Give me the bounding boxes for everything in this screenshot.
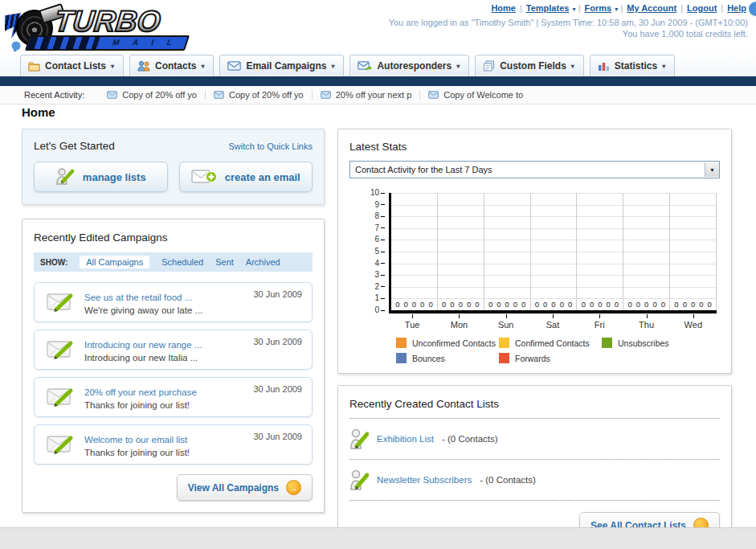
data-value-label: 0 xyxy=(644,300,648,309)
mail-icon xyxy=(214,91,224,99)
top-link-help[interactable]: Help xyxy=(727,3,746,13)
create-email-icon xyxy=(191,167,217,187)
data-value-label: 0 xyxy=(661,300,665,309)
top-link-forms[interactable]: Forms xyxy=(585,3,612,13)
campaigns-title: Recently Edited Campaigns xyxy=(34,231,168,244)
chevron-down-icon: ▾ xyxy=(201,63,204,70)
x-axis-tick-label: Wed xyxy=(670,313,717,330)
contact-activity-chart: 012345678910 000000000000000000000000000… xyxy=(358,193,717,363)
campaign-title-link[interactable]: See us at the retail food ... xyxy=(84,293,192,302)
manage-lists-button[interactable]: manage lists xyxy=(34,162,168,192)
folder-icon xyxy=(28,60,40,72)
dotted-divider xyxy=(349,459,720,460)
contact-list-item[interactable]: Exhibition List- (0 Contacts) xyxy=(349,426,720,452)
tab-label: Email Campaigns xyxy=(246,60,326,72)
filter-scheduled[interactable]: Scheduled xyxy=(161,257,203,267)
y-axis-tick-label: 8 xyxy=(374,212,385,220)
data-value-label: 0 xyxy=(551,300,555,309)
filter-all-campaigns[interactable]: All Campaigns xyxy=(80,256,149,268)
recent-activity-item[interactable]: Copy of 20% off yo xyxy=(206,90,313,100)
campaign-item[interactable]: See us at the retail food ...We're givin… xyxy=(34,282,313,322)
header: TURBO E M A I L Home|Templates ▾|Forms ▾… xyxy=(0,0,756,51)
tab-label: Contacts xyxy=(155,60,196,72)
create-email-button[interactable]: create an email xyxy=(179,162,313,192)
data-value-label: 0 xyxy=(403,300,407,309)
y-tick-value: 9 xyxy=(374,201,379,209)
campaign-title-link[interactable]: Welcome to our email list xyxy=(84,435,187,445)
campaign-title-link[interactable]: 20% off your next purchase xyxy=(84,387,197,397)
nav-separator: | xyxy=(680,3,683,13)
legend-item: Forwards xyxy=(499,353,602,363)
contact-list-name-link[interactable]: Newsletter Subscribers xyxy=(377,475,472,485)
y-tick-value: 2 xyxy=(374,283,379,291)
logo-bar: E M A I L xyxy=(25,35,190,51)
campaign-filter-bar: SHOW: All CampaignsScheduledSentArchived xyxy=(34,252,313,272)
filter-archived[interactable]: Archived xyxy=(246,257,280,267)
tab-autoresponders[interactable]: Autoresponders▾ xyxy=(349,55,469,76)
data-value-label: 0 xyxy=(627,300,631,309)
page-footer xyxy=(0,527,756,549)
dotted-divider xyxy=(349,500,720,501)
y-axis-tick-label: 10 xyxy=(370,189,385,197)
login-info: You are logged in as "Timothy Smith" | S… xyxy=(389,18,748,27)
legend-swatch xyxy=(602,338,612,348)
legend-item: Unconfirmed Contacts xyxy=(396,338,499,348)
y-tick-value: 0 xyxy=(374,306,379,314)
chevron-down-icon: ▾ xyxy=(111,63,114,70)
custom-fields-icon xyxy=(483,60,495,72)
data-value-label: 0 xyxy=(652,300,656,309)
legend-swatch xyxy=(499,338,509,348)
y-axis-tick-label: 2 xyxy=(374,283,385,291)
top-link-logout[interactable]: Logout xyxy=(687,3,717,13)
contact-list-name-link[interactable]: Exhibition List xyxy=(377,434,434,444)
envelope-pencil-icon xyxy=(47,339,74,360)
chart-x-axis: TueMonSunSatFriThuWed xyxy=(389,313,717,330)
tab-contacts[interactable]: Contacts▾ xyxy=(129,55,214,76)
campaign-item[interactable]: Introducing our new range ...Introducing… xyxy=(34,330,313,370)
envelope-pencil-icon xyxy=(47,292,74,313)
y-axis-tick-label: 1 xyxy=(374,294,385,302)
data-value-label: 0 xyxy=(560,300,564,309)
tab-custom-fields[interactable]: Custom Fields▾ xyxy=(475,55,584,76)
recent-campaigns-panel: Recently Edited Campaigns SHOW: All Camp… xyxy=(22,219,325,513)
filter-sent[interactable]: Sent xyxy=(215,257,234,267)
recent-activity-item[interactable]: Copy of Welcome to xyxy=(420,90,531,100)
y-tick-value: 10 xyxy=(370,189,379,197)
x-axis-tick-label: Thu xyxy=(623,313,669,330)
recent-activity-item[interactable]: 20% off your next p xyxy=(313,90,421,100)
tab-contact-lists[interactable]: Contact Lists▾ xyxy=(20,55,124,76)
top-link-home[interactable]: Home xyxy=(491,3,516,13)
top-link-templates[interactable]: Templates xyxy=(526,3,570,13)
turbo-email-logo: TURBO E M A I L xyxy=(5,3,194,48)
stats-dropdown[interactable]: Contact Activity for the Last 7 Days ▼ xyxy=(349,161,720,178)
tab-email-campaigns[interactable]: Email Campaigns▾ xyxy=(219,55,344,76)
chart-value-labels: 00000 xyxy=(391,300,437,309)
campaign-text: See us at the retail food ...We're givin… xyxy=(84,289,202,315)
campaign-item[interactable]: Welcome to our email listThanks for join… xyxy=(34,424,313,465)
nav-separator: | xyxy=(620,3,623,13)
y-tick-value: 8 xyxy=(374,212,379,220)
top-link-my-account[interactable]: My Account xyxy=(627,3,676,13)
chart-plot-area: 00000000000000000000000000000000000 xyxy=(389,193,717,313)
recent-activity-label: Recent Activity: xyxy=(24,90,84,100)
x-axis-tick-label: Tue xyxy=(389,313,435,330)
legend-label: Confirmed Contacts xyxy=(515,338,590,348)
campaign-subtitle: We're giving away our late ... xyxy=(84,305,202,315)
switch-quick-links[interactable]: Switch to Quick Links xyxy=(228,141,313,151)
chart-value-labels: 00000 xyxy=(670,300,716,309)
chart-day-column: 00000 xyxy=(623,193,670,310)
campaign-item[interactable]: 20% off your next purchaseThanks for joi… xyxy=(34,377,313,417)
data-value-label: 0 xyxy=(615,300,619,309)
tab-statistics[interactable]: Statistics▾ xyxy=(590,55,675,76)
recent-activity-item[interactable]: Copy of 20% off yo xyxy=(99,90,206,100)
view-all-campaigns-button[interactable]: View All Campaigns → xyxy=(177,474,313,501)
credits-info: You have 1,000 total credits left. xyxy=(623,29,748,39)
campaign-title-link[interactable]: Introducing our new range ... xyxy=(84,340,202,350)
data-value-label: 0 xyxy=(412,300,416,309)
contact-list-item[interactable]: Newsletter Subscribers- (0 Contacts) xyxy=(349,467,720,493)
tab-label: Statistics xyxy=(615,60,657,72)
contact-list-detail: - (0 Contacts) xyxy=(442,434,498,444)
campaign-date: 30 Jun 2009 xyxy=(253,289,302,299)
data-value-label: 0 xyxy=(505,300,509,309)
y-axis-tick-label: 0 xyxy=(374,306,385,314)
